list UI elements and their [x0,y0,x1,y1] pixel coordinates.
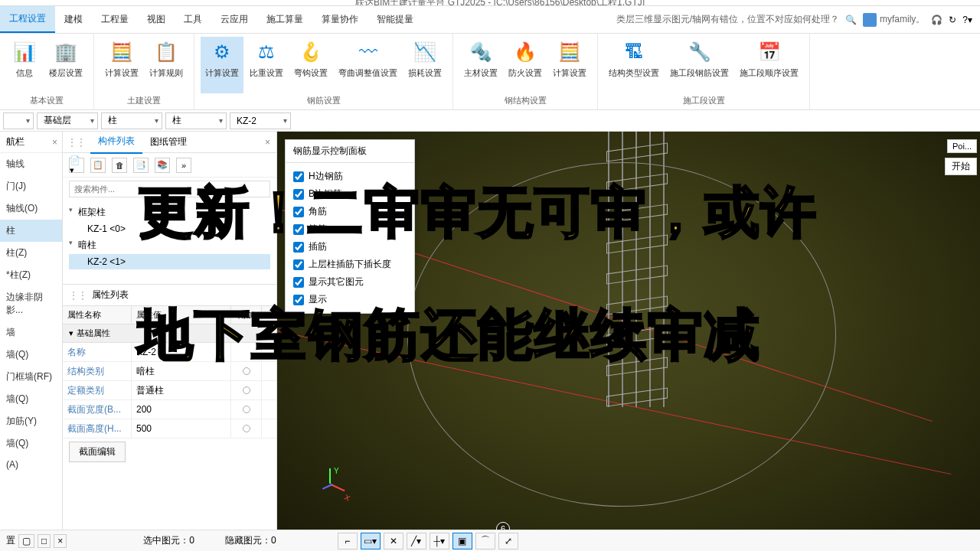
ribbon-icon: 〰 [356,40,381,64]
ribbon-group: 🧮计算设置📋计算规则土建设置 [94,34,194,109]
tree-leaf-kz2[interactable]: KZ-2 <1> [69,254,270,269]
tab-drawing-manage[interactable]: 图纸管理 [142,131,194,153]
prop-value[interactable]: 200 [132,400,231,419]
ribbon-button[interactable]: 🔥防火设置 [504,37,547,93]
tab-close-icon[interactable]: × [259,137,276,148]
avatar-icon [863,13,877,27]
menu-smart-qty[interactable]: 智能提量 [368,7,423,32]
ribbon-button[interactable]: ⚙计算设置 [201,37,243,93]
dropdown-type[interactable]: 柱 [165,112,227,129]
ribbon-button[interactable]: 🧮计算设置 [548,37,591,93]
window-max-icon[interactable]: □ [38,534,51,548]
ribbon-button[interactable]: 📋计算规则 [145,37,188,93]
menu-view[interactable]: 视图 [138,7,175,32]
refresh-icon[interactable]: ↻ [949,15,956,25]
checkbox[interactable] [293,259,304,270]
ribbon-button[interactable]: 🪝弯钩设置 [289,37,332,93]
dropdown-category[interactable]: 柱 [101,112,162,129]
tool-x-icon[interactable]: ✕ [384,533,403,549]
nav-item[interactable]: 墙(Q) [0,432,62,455]
nav-item[interactable]: 门框墙(RF) [0,366,62,388]
more-icon[interactable]: » [176,158,191,173]
overlay-caption-2: 地下室钢筋还能继续审减 [138,298,761,372]
drag-handle-icon[interactable]: ⋮⋮ [63,137,90,148]
rebar-check-row[interactable]: 显示其它图元 [293,273,407,291]
ribbon-button[interactable]: 📉损耗设置 [403,37,446,93]
ribbon-button[interactable]: 〰弯曲调整值设置 [334,37,402,93]
tool-rect-icon[interactable]: ▭▾ [361,533,381,549]
selected-count: 选中图元：0 [143,534,194,547]
prop-value[interactable]: 500 [132,419,231,438]
ribbon-button[interactable]: 🏗结构类型设置 [604,37,664,93]
ribbon-button[interactable]: 🔧施工段钢筋设置 [665,37,733,93]
prop-name: 结构类别 [63,362,132,380]
nav-item[interactable]: 柱(Z) [0,242,62,264]
nav-item[interactable]: *柱(Z) [0,264,62,286]
nav-item[interactable]: 墙 [0,321,62,344]
rebar-check-row[interactable]: 上层柱插筋下插长度 [293,256,407,273]
tool-plus-icon[interactable]: ┼▾ [430,533,449,549]
ribbon-group-label: 基本设置 [6,93,87,108]
menu-modeling[interactable]: 建模 [55,7,92,32]
prop-value[interactable]: 普通柱 [132,381,231,399]
nav-title: 航栏 [6,135,24,148]
window-restore-icon[interactable]: ▢ [18,534,34,548]
tool-arc-icon[interactable]: ⌒ [475,533,495,549]
menu-engineering-settings[interactable]: 工程设置 [0,6,55,33]
ribbon-icon: 📋 [154,40,178,64]
nav-item[interactable]: 加筋(Y) [0,410,62,432]
menu-construction-qty[interactable]: 施工算量 [257,7,312,32]
property-row[interactable]: 定额类别普通柱 [63,381,276,400]
ribbon-button[interactable]: 📊信息 [6,37,43,93]
ribbon-button[interactable]: 🔩主材设置 [459,37,502,93]
prop-add[interactable] [231,419,262,438]
nav-item[interactable]: 轴线 [0,153,62,175]
duplicate-icon[interactable]: 📑 [133,158,149,173]
ribbon-button[interactable]: 📅施工段顺序设置 [735,37,803,93]
new-icon[interactable]: 📄▾ [69,158,84,173]
user-badge[interactable]: myfamily。 [863,13,925,27]
menu-qty-collab[interactable]: 算量协作 [312,7,368,32]
section-edit-button[interactable]: 截面编辑 [69,442,126,462]
dropdown-component[interactable]: KZ-2 [230,112,291,129]
dropdown-floor[interactable]: 基础层 [37,112,98,129]
menu-quantity[interactable]: 工程量 [92,7,138,32]
nav-item[interactable]: 柱 [0,220,62,242]
nav-item[interactable]: 门(J) [0,175,62,197]
nav-item[interactable]: 墙(Q) [0,344,62,366]
copy-icon[interactable]: 📋 [90,158,106,173]
help-icon[interactable]: ?▾ [962,15,972,25]
headset-icon[interactable]: 🎧 [931,15,942,25]
prop-add[interactable] [231,400,262,419]
tool-corner-icon[interactable]: ⌐ [338,533,358,549]
nav-item[interactable]: 边缘非阴影... [0,286,62,321]
ribbon-button[interactable]: 🏢楼层设置 [44,37,87,93]
window-close-icon[interactable]: × [54,534,67,548]
start-button[interactable]: 开始 [945,158,977,175]
title-bar: 联达BIM土建计量平台 GTJ2025 - [C:\Users\86156\De… [0,0,980,6]
nav-item[interactable]: 墙(Q) [0,388,62,410]
menu-cloud[interactable]: 云应用 [211,7,257,32]
property-row[interactable]: 截面宽度(B...200 [63,400,276,419]
tool-expand-icon[interactable]: ⤢ [498,533,518,549]
prop-add[interactable] [231,381,262,399]
ribbon-button[interactable]: 🧮计算设置 [100,37,143,93]
nav-item[interactable]: 轴线(O) [0,197,62,220]
ribbon-label: 计算设置 [553,67,586,79]
dropdown-blank[interactable] [3,112,34,129]
poi-label[interactable]: Poi... [947,139,977,153]
tool-line-icon[interactable]: ╱▾ [407,533,426,549]
checkbox[interactable] [293,277,304,288]
search-icon[interactable]: 🔍 [845,15,857,25]
delete-icon[interactable]: 🗑 [112,158,127,173]
drag-handle-icon[interactable]: ⋮⋮ [69,290,92,301]
nav-item[interactable]: (A) [0,455,62,474]
tab-component-list[interactable]: 构件列表 [90,130,142,154]
ribbon-button[interactable]: ⚖比重设置 [245,37,288,93]
tool-screen-icon[interactable]: ▣ [452,533,472,549]
close-icon[interactable]: × [52,137,57,148]
property-row[interactable]: 截面高度(H...500 [63,419,276,439]
layers-icon[interactable]: 📚 [155,158,170,173]
menu-tools[interactable]: 工具 [175,7,211,32]
ribbon-icon: 🔥 [513,40,537,64]
